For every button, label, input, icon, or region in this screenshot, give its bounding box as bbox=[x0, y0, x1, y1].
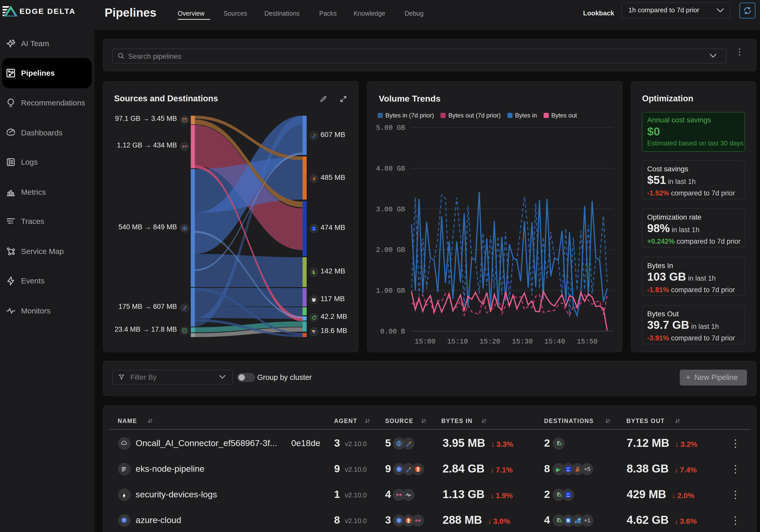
svg-text:15:10: 15:10 bbox=[447, 338, 468, 346]
svg-text:EDGE DELTA: EDGE DELTA bbox=[20, 7, 76, 15]
svg-text:mo: mo bbox=[313, 229, 315, 230]
svg-text:mo: mo bbox=[567, 469, 570, 472]
svg-text:15:20: 15:20 bbox=[480, 338, 500, 346]
svg-text:3.00 GB: 3.00 GB bbox=[376, 206, 405, 214]
svg-text:0.00 B: 0.00 B bbox=[380, 328, 405, 335]
svg-text:s u: s u bbox=[567, 493, 570, 495]
svg-text:mo: mo bbox=[567, 495, 570, 497]
svg-text:4.00 GB: 4.00 GB bbox=[376, 165, 405, 172]
svg-text:15:50: 15:50 bbox=[577, 338, 597, 346]
svg-text:01: 01 bbox=[567, 520, 569, 522]
svg-text:15:30: 15:30 bbox=[512, 338, 533, 346]
svg-text:su: su bbox=[313, 227, 314, 228]
svg-text:15:00: 15:00 bbox=[415, 338, 435, 346]
svg-text:2.00 GB: 2.00 GB bbox=[376, 246, 405, 254]
svg-text:s u: s u bbox=[567, 467, 570, 469]
svg-text:15:40: 15:40 bbox=[545, 338, 565, 346]
svg-text:5.00 GB: 5.00 GB bbox=[376, 124, 405, 132]
svg-text:1.00 GB: 1.00 GB bbox=[376, 287, 405, 295]
